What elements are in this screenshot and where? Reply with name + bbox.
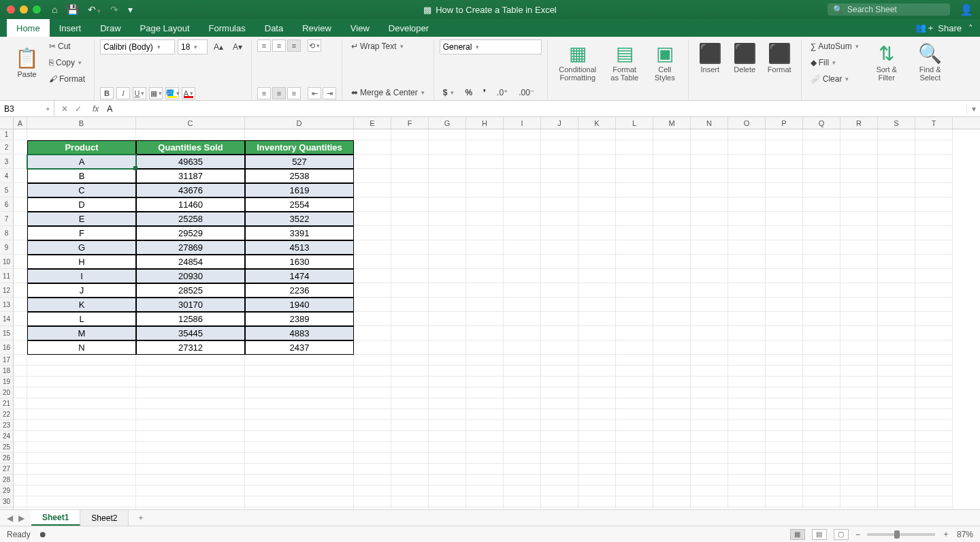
- cell-D22[interactable]: [245, 409, 354, 420]
- cell-E28[interactable]: [354, 475, 391, 485]
- cell-B29[interactable]: [27, 485, 136, 496]
- cell-H19[interactable]: [466, 377, 504, 387]
- cell-H6[interactable]: [466, 197, 504, 212]
- cell-T16[interactable]: [915, 340, 953, 355]
- cell-A29[interactable]: [14, 485, 27, 496]
- cell-P30[interactable]: [766, 496, 803, 507]
- row-header-26[interactable]: 26: [0, 453, 14, 464]
- cell-K22[interactable]: [578, 409, 616, 420]
- cell-A22[interactable]: [14, 409, 27, 420]
- cell-B27[interactable]: [27, 464, 136, 475]
- cell-F9[interactable]: [391, 240, 429, 255]
- cell-C18[interactable]: [136, 366, 245, 377]
- cell-K13[interactable]: [578, 298, 616, 312]
- cell-G20[interactable]: [429, 387, 466, 398]
- cell-R1[interactable]: [840, 129, 878, 140]
- cell-P22[interactable]: [766, 409, 803, 420]
- cell-K12[interactable]: [578, 283, 616, 298]
- cell-J25[interactable]: [541, 442, 578, 453]
- cell-F15[interactable]: [391, 326, 429, 340]
- cell-Q30[interactable]: [803, 496, 840, 507]
- cancel-formula-icon[interactable]: ✕: [61, 104, 68, 114]
- cell-K23[interactable]: [578, 420, 616, 431]
- column-header-C[interactable]: C: [136, 117, 245, 129]
- cell-D26[interactable]: [245, 453, 354, 464]
- cell-G3[interactable]: [429, 155, 466, 169]
- cell-F1[interactable]: [391, 129, 429, 140]
- cell-J7[interactable]: [541, 212, 578, 226]
- cell-C8[interactable]: 29529: [136, 226, 245, 240]
- cell-B9[interactable]: G: [27, 240, 136, 255]
- cell-F23[interactable]: [391, 420, 429, 431]
- column-header-O[interactable]: O: [728, 117, 766, 129]
- cell-P3[interactable]: [766, 155, 803, 169]
- cell-M29[interactable]: [653, 485, 691, 496]
- cell-L10[interactable]: [616, 255, 653, 269]
- cell-R29[interactable]: [840, 485, 878, 496]
- cell-L30[interactable]: [616, 496, 653, 507]
- zoom-level-label[interactable]: 87%: [957, 530, 973, 539]
- cell-S4[interactable]: [878, 169, 915, 183]
- cell-B23[interactable]: [27, 420, 136, 431]
- cell-T28[interactable]: [915, 475, 953, 485]
- cell-B5[interactable]: C: [27, 183, 136, 197]
- cell-K1[interactable]: [578, 129, 616, 140]
- row-header-21[interactable]: 21: [0, 398, 14, 409]
- cell-L18[interactable]: [616, 366, 653, 377]
- autosum-button[interactable]: ∑ AutoSum: [807, 39, 862, 53]
- cell-styles-button[interactable]: ▣Cell Styles: [647, 39, 683, 84]
- row-header-30[interactable]: 30: [0, 496, 14, 507]
- cell-N6[interactable]: [691, 197, 728, 212]
- share-button[interactable]: 👥＋ Share: [915, 22, 962, 34]
- cell-E12[interactable]: [354, 283, 391, 298]
- cell-S28[interactable]: [878, 475, 915, 485]
- cell-M13[interactable]: [653, 298, 691, 312]
- zoom-out-button[interactable]: −: [855, 530, 860, 539]
- cell-D24[interactable]: [245, 431, 354, 442]
- cell-L13[interactable]: [616, 298, 653, 312]
- cell-L26[interactable]: [616, 453, 653, 464]
- cell-J13[interactable]: [541, 298, 578, 312]
- row-header-1[interactable]: 1: [0, 129, 14, 140]
- cell-S29[interactable]: [878, 485, 915, 496]
- cell-L7[interactable]: [616, 212, 653, 226]
- increase-font-button[interactable]: A▴: [210, 40, 227, 54]
- cell-E16[interactable]: [354, 340, 391, 355]
- cell-O29[interactable]: [728, 485, 766, 496]
- cell-L4[interactable]: [616, 169, 653, 183]
- increase-indent-button[interactable]: ⇥: [323, 87, 336, 99]
- cell-E24[interactable]: [354, 431, 391, 442]
- font-size-select[interactable]: 18▾: [178, 39, 208, 54]
- cell-C24[interactable]: [136, 431, 245, 442]
- cell-F30[interactable]: [391, 496, 429, 507]
- cell-R12[interactable]: [840, 283, 878, 298]
- cell-I22[interactable]: [504, 409, 541, 420]
- cell-J17[interactable]: [541, 355, 578, 366]
- cell-S8[interactable]: [878, 226, 915, 240]
- cell-A3[interactable]: [14, 155, 27, 169]
- sheet-nav-prev-icon[interactable]: ◀: [7, 513, 13, 523]
- cell-R17[interactable]: [840, 355, 878, 366]
- cell-N29[interactable]: [691, 485, 728, 496]
- cell-F7[interactable]: [391, 212, 429, 226]
- cell-M15[interactable]: [653, 326, 691, 340]
- cell-K7[interactable]: [578, 212, 616, 226]
- cell-N26[interactable]: [691, 453, 728, 464]
- cell-A19[interactable]: [14, 377, 27, 387]
- cell-S6[interactable]: [878, 197, 915, 212]
- cell-J14[interactable]: [541, 312, 578, 326]
- cell-H13[interactable]: [466, 298, 504, 312]
- cell-K16[interactable]: [578, 340, 616, 355]
- cell-E8[interactable]: [354, 226, 391, 240]
- fill-button[interactable]: ◆ Fill: [807, 56, 862, 69]
- cell-Q24[interactable]: [803, 431, 840, 442]
- cell-B21[interactable]: [27, 398, 136, 409]
- cell-G21[interactable]: [429, 398, 466, 409]
- cell-G5[interactable]: [429, 183, 466, 197]
- cell-K3[interactable]: [578, 155, 616, 169]
- cell-F4[interactable]: [391, 169, 429, 183]
- cell-O10[interactable]: [728, 255, 766, 269]
- cell-R10[interactable]: [840, 255, 878, 269]
- cell-P20[interactable]: [766, 387, 803, 398]
- cell-O11[interactable]: [728, 269, 766, 283]
